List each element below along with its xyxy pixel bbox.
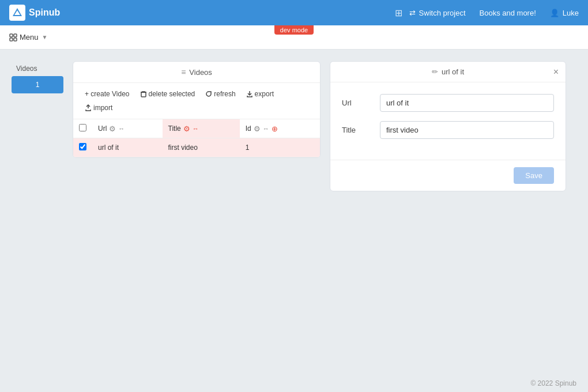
svg-rect-3 [14,34,17,37]
detail-close-button[interactable]: × [553,67,559,77]
title-col-resize-icon[interactable]: ↔ [193,125,199,132]
svg-rect-2 [10,34,13,37]
url-col-resize-icon[interactable]: ↔ [118,125,125,132]
title-col-settings-icon[interactable]: ⚙ [183,125,190,133]
switch-project-button[interactable]: ⇄ Switch project [409,9,466,17]
sidebar-item-videos-count[interactable]: 1 [12,76,63,93]
th-id: Id ⚙ ↔ ⊕ [240,119,320,138]
svg-rect-5 [14,38,17,41]
th-title: Title ⚙ ↔ [163,119,240,138]
expand-button[interactable]: ⊞ [395,7,402,18]
table-header-row: Url ⚙ ↔ Title ⚙ ↔ Id [73,119,320,138]
svg-rect-4 [10,38,13,41]
detail-footer: Save [330,160,566,191]
copyright-text: © 2022 Spinub [530,379,576,387]
svg-rect-6 [141,92,146,97]
toolbar: + create Video delete selected refresh e… [73,83,320,119]
user-menu[interactable]: 👤 Luke [550,9,579,17]
menu-icon [9,33,17,42]
detail-edit-icon: ✏ [432,67,438,76]
topnav-right: ⇄ Switch project Books and more! 👤 Luke [409,9,579,17]
page-footer: © 2022 Spinub [0,375,588,392]
url-field-row: Url [342,94,554,112]
row-checkbox[interactable] [79,143,86,150]
table-panel-header: ≡ Videos [73,62,320,83]
delete-selected-button[interactable]: delete selected [135,88,200,100]
table-row[interactable]: url of it first video 1 [73,138,320,157]
title-field-row: Title [342,121,554,139]
detail-body: Url Title [330,82,566,160]
menu-label: Menu [20,33,39,42]
refresh-icon [205,91,212,97]
title-input[interactable] [380,121,554,139]
menu-chevron-icon: ▼ [42,34,48,40]
th-url: Url ⚙ ↔ [92,119,163,138]
url-col-settings-icon[interactable]: ⚙ [109,125,116,133]
row-title-cell: first video [163,138,240,157]
url-field-label: Url [342,99,371,107]
import-icon [85,104,92,111]
main-content: Videos 1 ≡ Videos + create Video delete … [0,50,588,375]
project-name[interactable]: Books and more! [480,9,536,17]
refresh-button[interactable]: refresh [201,88,240,100]
delete-icon [140,91,147,97]
id-col-settings-icon[interactable]: ⚙ [254,125,261,133]
detail-panel-header: ✏ url of it × [330,62,566,82]
export-button[interactable]: export [242,88,278,100]
detail-panel-title: url of it [442,67,464,76]
top-navigation: Spinub ⊞ ⇄ Switch project Books and more… [0,0,588,25]
export-icon [246,91,253,97]
row-id-cell: 1 [240,138,320,157]
sidebar: Videos 1 [12,61,63,363]
add-col-icon[interactable]: ⊕ [272,125,278,133]
data-table: Url ⚙ ↔ Title ⚙ ↔ Id [73,119,320,157]
logo-text: Spinub [29,7,60,18]
title-field-label: Title [342,126,371,134]
url-input[interactable] [380,94,554,112]
select-all-checkbox[interactable] [79,124,86,131]
row-checkbox-cell [73,138,92,157]
logo-icon [9,5,25,21]
menu-button[interactable]: Menu ▼ [9,33,47,42]
user-label: Luke [563,9,579,17]
user-icon: 👤 [550,9,559,17]
table-panel: ≡ Videos + create Video delete selected … [73,61,321,158]
switch-arrows-icon: ⇄ [409,9,416,17]
import-button[interactable]: import [80,101,117,114]
row-url-cell: url of it [92,138,163,157]
table-header-icon: ≡ [181,67,186,77]
id-col-resize-icon[interactable]: ↔ [263,125,269,132]
detail-panel: ✏ url of it × Url Title Save [330,61,566,191]
sidebar-section-label: Videos [12,61,63,76]
create-video-button[interactable]: + create Video [80,88,134,100]
table-panel-title: Videos [189,68,212,77]
th-checkbox [73,119,92,138]
save-button[interactable]: Save [514,167,554,184]
dev-mode-badge: dev mode [274,25,314,35]
logo[interactable]: Spinub [9,5,60,21]
